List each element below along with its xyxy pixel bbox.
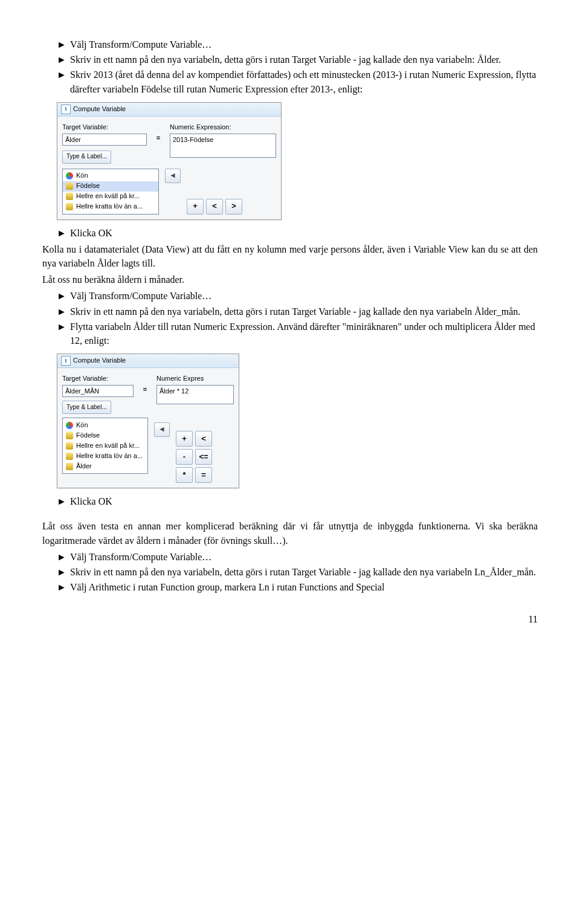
scale-var-icon bbox=[66, 442, 73, 450]
bullet-marker: ► bbox=[57, 289, 70, 303]
variable-item[interactable]: Födelse bbox=[63, 181, 158, 192]
bullet: ► Välj Transform/Compute Variable… bbox=[57, 37, 538, 51]
dialog-title: Compute Variable bbox=[73, 356, 126, 366]
numeric-expression-label: Numeric Expression: bbox=[170, 123, 276, 132]
bullet-text: Välj Transform/Compute Variable… bbox=[70, 37, 211, 51]
target-variable-label: Target Variable: bbox=[62, 123, 147, 132]
nominal-var-icon bbox=[66, 172, 73, 179]
keypad-gt-button[interactable]: > bbox=[225, 199, 242, 215]
bullet-marker: ► bbox=[57, 320, 70, 347]
bullet-marker: ► bbox=[57, 550, 70, 564]
bullet: ► Välj Arithmetic i rutan Function group… bbox=[57, 580, 538, 594]
scale-var-icon bbox=[66, 183, 73, 190]
bullet: ► Flytta variabeln Ålder till rutan Nume… bbox=[57, 320, 538, 347]
variable-item[interactable]: Kön bbox=[63, 420, 147, 430]
variable-item[interactable]: Hellre en kväll på kr... bbox=[63, 441, 147, 451]
keypad-minus-button[interactable]: - bbox=[176, 449, 193, 465]
nominal-var-icon bbox=[66, 422, 73, 429]
scale-var-icon bbox=[66, 193, 73, 200]
bullet-marker: ► bbox=[57, 305, 70, 318]
numeric-expression-input[interactable]: Ålder * 12 bbox=[156, 385, 234, 404]
bullet-text: Skriv 2013 (året då denna del av kompend… bbox=[70, 68, 538, 95]
bullet-marker: ► bbox=[57, 37, 70, 51]
spss-compute-variable-screenshot-2: t Compute Variable Target Variable: Ålde… bbox=[57, 354, 538, 488]
spss-compute-variable-screenshot-1: t Compute Variable Target Variable: Ålde… bbox=[57, 102, 538, 220]
equals-sign: = bbox=[153, 134, 164, 143]
bullet: ► Klicka OK bbox=[57, 494, 538, 508]
app-icon: t bbox=[61, 105, 71, 114]
keypad-mult-button[interactable]: * bbox=[176, 467, 193, 483]
bullet-marker: ► bbox=[57, 494, 70, 508]
scale-var-icon bbox=[66, 453, 73, 460]
keypad-eq-button[interactable]: = bbox=[195, 467, 212, 483]
bullet-text: Välj Transform/Compute Variable… bbox=[70, 550, 211, 564]
variable-item[interactable]: Ålder bbox=[63, 461, 147, 471]
bullet-text: Välj Arithmetic i rutan Function group, … bbox=[70, 580, 384, 594]
bullet-marker: ► bbox=[57, 53, 70, 66]
keypad-lte-button[interactable]: <= bbox=[195, 449, 212, 465]
bullet: ► Skriv 2013 (året då denna del av kompe… bbox=[57, 68, 538, 95]
numeric-expression-label: Numeric Expres bbox=[156, 374, 234, 384]
bullet-marker: ► bbox=[57, 226, 70, 240]
bullet: ► Välj Transform/Compute Variable… bbox=[57, 550, 538, 564]
bullet-marker: ► bbox=[57, 68, 70, 95]
variable-item[interactable]: Födelse bbox=[63, 430, 147, 441]
scale-var-icon bbox=[66, 463, 73, 470]
keypad-lt-button[interactable]: < bbox=[206, 199, 223, 215]
bullet-text: Skriv in ett namn på den nya variabeln, … bbox=[70, 53, 501, 66]
dialog-window: t Compute Variable Target Variable: Ålde… bbox=[57, 354, 239, 488]
scale-var-icon bbox=[66, 432, 73, 439]
variable-item[interactable]: Kön bbox=[63, 171, 158, 181]
paragraph: Kolla nu i datamaterialet (Data View) at… bbox=[42, 242, 538, 270]
bullet-marker: ► bbox=[57, 565, 70, 579]
bullet-text: Välj Transform/Compute Variable… bbox=[70, 289, 211, 303]
variable-list[interactable]: Kön Födelse Hellre en kväll på kr... Hel… bbox=[62, 418, 148, 474]
bullet: ► Skriv in ett namn på den nya variabeln… bbox=[57, 53, 538, 66]
variable-item[interactable]: Hellre en kväll på kr... bbox=[63, 192, 158, 202]
move-variable-button[interactable]: ◄ bbox=[165, 169, 181, 183]
target-variable-label: Target Variable: bbox=[62, 374, 134, 384]
variable-item[interactable]: Hellre kratta löv än a... bbox=[63, 451, 147, 461]
dialog-titlebar: t Compute Variable bbox=[57, 103, 281, 117]
type-and-label-button[interactable]: Type & Label... bbox=[62, 150, 111, 164]
keypad-lt-button[interactable]: < bbox=[195, 431, 212, 447]
page-number: 11 bbox=[42, 612, 538, 626]
arrow-left-icon: ◄ bbox=[169, 170, 176, 181]
bullet-text: Klicka OK bbox=[70, 226, 112, 240]
bullet: ► Välj Transform/Compute Variable… bbox=[57, 289, 538, 303]
dialog-title: Compute Variable bbox=[73, 105, 126, 114]
scale-var-icon bbox=[66, 203, 73, 210]
dialog-titlebar: t Compute Variable bbox=[57, 354, 239, 368]
bullet-text: Skriv in ett namn på den nya variabeln, … bbox=[70, 565, 536, 579]
bullet: ► Klicka OK bbox=[57, 226, 538, 240]
app-icon: t bbox=[61, 356, 71, 366]
type-and-label-button[interactable]: Type & Label... bbox=[62, 401, 111, 414]
paragraph: Låt oss nu beräkna åldern i månader. bbox=[42, 273, 538, 286]
keypad-plus-button[interactable]: + bbox=[176, 431, 193, 447]
target-variable-input[interactable]: Ålder bbox=[62, 134, 147, 146]
keypad-plus-button[interactable]: + bbox=[187, 199, 204, 215]
bullet-text: Klicka OK bbox=[70, 494, 112, 508]
numeric-expression-input[interactable]: 2013-Födelse bbox=[170, 134, 276, 158]
paragraph: Låt oss även testa en annan mer komplice… bbox=[42, 519, 538, 547]
dialog-window: t Compute Variable Target Variable: Ålde… bbox=[57, 102, 282, 220]
move-variable-button[interactable]: ◄ bbox=[154, 422, 170, 437]
variable-item[interactable]: Hellre kratta löv än a... bbox=[63, 202, 158, 212]
equals-sign: = bbox=[140, 385, 150, 395]
bullet: ► Skriv in ett namn på den nya variabeln… bbox=[57, 305, 538, 318]
variable-list[interactable]: Kön Födelse Hellre en kväll på kr... Hel… bbox=[62, 169, 159, 215]
arrow-left-icon: ◄ bbox=[158, 424, 166, 435]
bullet-marker: ► bbox=[57, 580, 70, 594]
target-variable-input[interactable]: Ålder_MÅN bbox=[62, 385, 134, 397]
bullet-text: Flytta variabeln Ålder till rutan Numeri… bbox=[70, 320, 538, 347]
bullet: ► Skriv in ett namn på den nya variabeln… bbox=[57, 565, 538, 579]
bullet-text: Skriv in ett namn på den nya variabeln, … bbox=[70, 305, 520, 318]
